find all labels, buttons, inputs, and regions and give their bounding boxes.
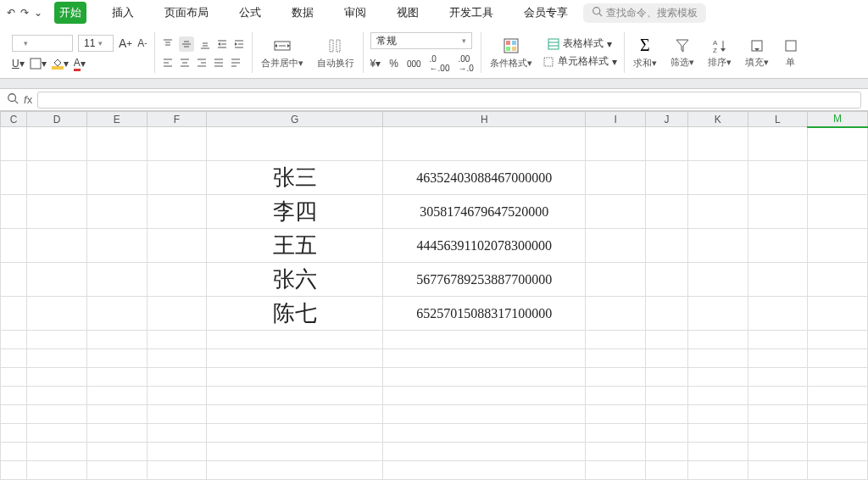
cell[interactable] [645,263,687,297]
col-header-L[interactable]: L [748,112,808,127]
cell[interactable] [27,127,87,161]
cell[interactable]: 46352403088467000000 [383,161,586,195]
number-format-combo[interactable]: 常规▾ [370,32,472,49]
cell[interactable] [645,368,687,387]
cell[interactable] [27,424,87,443]
cell[interactable] [748,387,808,405]
cell[interactable] [687,405,748,424]
cell[interactable] [86,349,147,368]
cell[interactable] [383,331,586,349]
font-color-icon[interactable]: A▾ [74,57,86,71]
tab-pagelayout[interactable]: 页面布局 [159,2,214,24]
fill-color-icon[interactable]: ▾ [52,58,69,70]
cell[interactable] [645,349,687,368]
cell[interactable]: 王五 [207,229,383,263]
cell[interactable] [687,461,748,480]
cell[interactable] [687,229,748,263]
font-size-combo[interactable]: 11▾ [78,35,114,52]
cell[interactable] [808,405,868,424]
cell[interactable]: 65257015088317100000 [383,297,586,331]
cell[interactable] [687,297,748,331]
cell[interactable] [207,443,383,461]
cell[interactable] [147,161,207,195]
tab-review[interactable]: 审阅 [339,2,371,24]
cell[interactable] [86,229,147,263]
cell[interactable] [207,405,383,424]
cell[interactable] [383,349,586,368]
cell[interactable]: 3058174679647520000 [383,195,586,229]
cell[interactable] [645,297,687,331]
cell[interactable] [207,349,383,368]
cell[interactable] [383,443,586,461]
cell[interactable] [645,387,687,405]
cell[interactable] [147,297,207,331]
tab-view[interactable]: 视图 [392,2,424,24]
cell[interactable] [586,424,646,443]
cell[interactable] [748,161,808,195]
cell[interactable] [383,368,586,387]
cell[interactable] [27,461,87,480]
undo-icon[interactable]: ↶ [7,7,15,19]
col-header-E[interactable]: E [86,112,147,127]
cell[interactable] [748,349,808,368]
cell[interactable] [808,349,868,368]
cell[interactable] [748,461,808,480]
cell[interactable] [383,127,586,161]
indent-decrease-icon[interactable] [216,38,228,50]
cell[interactable] [147,349,207,368]
cell[interactable] [687,195,748,229]
cell[interactable] [27,195,87,229]
col-header-D[interactable]: D [27,112,87,127]
align-center-icon[interactable] [179,57,191,69]
col-header-G[interactable]: G [207,112,383,127]
cell[interactable] [586,349,646,368]
fill-button[interactable]: 填充▾ [743,37,771,69]
cell[interactable] [808,443,868,461]
cell[interactable] [586,127,646,161]
cell[interactable] [687,349,748,368]
cell[interactable] [748,424,808,443]
tab-start[interactable]: 开始 [54,2,86,24]
cell[interactable] [748,195,808,229]
cell[interactable] [147,127,207,161]
cell[interactable] [645,331,687,349]
cell[interactable] [86,297,147,331]
cell[interactable]: 44456391102078300000 [383,229,586,263]
cell[interactable] [86,461,147,480]
increase-decimal-icon[interactable]: .0←.00 [430,54,450,73]
cell[interactable] [586,229,646,263]
col-header-J[interactable]: J [645,112,687,127]
cell[interactable] [27,387,87,405]
qat-more-icon[interactable]: ⌄ [34,7,42,19]
cell[interactable] [147,424,207,443]
cell[interactable] [808,387,868,405]
cell[interactable] [808,461,868,480]
command-search[interactable]: 查找命令、搜索模板 [583,3,706,23]
cell[interactable] [748,331,808,349]
cell[interactable] [27,331,87,349]
cell[interactable] [748,443,808,461]
tab-dev[interactable]: 开发工具 [444,2,498,24]
cell[interactable] [207,387,383,405]
cell[interactable] [86,195,147,229]
tab-formula[interactable]: 公式 [234,2,266,24]
cell[interactable]: 张六 [207,263,383,297]
cell[interactable] [383,424,586,443]
cell[interactable] [748,229,808,263]
cell[interactable] [207,424,383,443]
align-left-icon[interactable] [162,57,174,69]
cell[interactable] [808,263,868,297]
cell[interactable] [207,368,383,387]
formula-input[interactable] [37,92,861,109]
cell[interactable] [687,368,748,387]
cell[interactable] [1,424,27,443]
cell[interactable] [1,349,27,368]
cell[interactable] [27,297,87,331]
decrease-font-icon[interactable]: A- [137,37,147,49]
cell[interactable] [687,443,748,461]
cell[interactable] [27,349,87,368]
cell[interactable] [645,127,687,161]
cell[interactable] [1,161,27,195]
align-top-icon[interactable] [162,38,174,50]
tab-member[interactable]: 会员专享 [519,2,573,24]
